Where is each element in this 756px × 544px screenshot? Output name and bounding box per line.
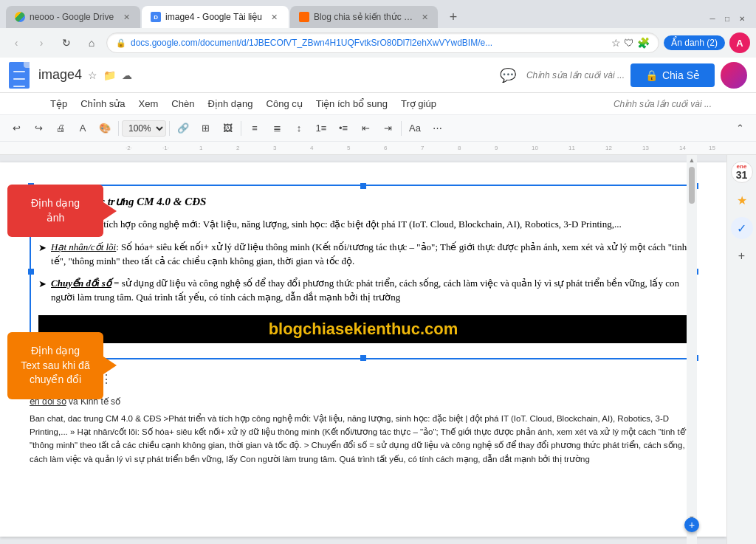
menu-insert[interactable]: Chèn: [165, 95, 200, 112]
doc-title-area: image4 ☆ 📁 ☁: [38, 67, 489, 83]
bookmark-icon[interactable]: ☆: [611, 37, 621, 49]
address-input[interactable]: 🔒 docs.google.com/document/d/1JBECOfVT_Z…: [106, 32, 659, 53]
last-edit-label: Chỉnh sửa lần cuối vài ...: [614, 99, 712, 109]
menu-bar: Tệp Chỉnh sửa Xem Chèn Định dạng Công cụ…: [0, 93, 756, 115]
star-icon[interactable]: ☆: [88, 69, 97, 81]
share-button[interactable]: 🔒 Chia Sẻ: [630, 63, 715, 87]
plus-sidebar-icon[interactable]: +: [731, 245, 753, 267]
tooltip-orange-box: Định dạng Text sau khi đã chuyển đổi: [7, 332, 103, 399]
browser-tab-bar: neooo - Google Drive ✕ D image4 - Google…: [0, 0, 756, 28]
doc-content: Bản chất, đặc trưng CM 4.0 & CĐS ➤ Phát …: [38, 195, 688, 305]
below-selection: ≡ ≣ ≡ ⋮ ển đổi số và Kinh tế số Ban chat…: [30, 370, 697, 466]
decrease-indent-btn[interactable]: ⇤: [355, 118, 376, 139]
close-button[interactable]: ✕: [735, 12, 749, 25]
arrow-icon-2: ➤: [38, 241, 47, 269]
align-center-btn[interactable]: ≣: [267, 118, 287, 139]
blog-watermark: blogchiasekienthuc.com: [38, 315, 688, 343]
tab-close-docs[interactable]: ✕: [269, 12, 280, 22]
docs-header: image4 ☆ 📁 ☁ 💬 Chỉnh sửa lần cuối vài ..…: [0, 58, 756, 93]
tab-close-blog[interactable]: ✕: [422, 12, 429, 22]
minimize-button[interactable]: ─: [706, 12, 719, 25]
doc-list: ➤ Phát triển và tích hợp công nghệ mới: …: [38, 217, 688, 305]
menu-edit[interactable]: Chỉnh sửa: [75, 95, 131, 112]
ruler: ·2· ·1· 1 2 3 4 5 6 7 8 9 10 11 12 13 14…: [0, 142, 756, 155]
star-sidebar-icon[interactable]: ★: [731, 189, 753, 211]
menu-file[interactable]: Tệp: [44, 95, 73, 112]
align-left-btn[interactable]: ≡: [244, 118, 265, 139]
scrollbar: ▲ ▼ +: [687, 155, 697, 544]
drive-favicon: [15, 12, 25, 22]
home-button[interactable]: ⌂: [81, 32, 102, 53]
handle-ml: [28, 269, 34, 275]
tab-close-drive[interactable]: ✕: [121, 12, 131, 22]
logo-line-3: [13, 86, 25, 87]
reload-button[interactable]: ↻: [56, 32, 77, 53]
docs-logo: [9, 61, 32, 90]
zoom-select[interactable]: 100%: [122, 120, 166, 137]
link-btn[interactable]: 🔗: [173, 118, 193, 139]
tab-label-docs: image4 - Google Tài liệu: [165, 12, 262, 22]
window-controls: ─ □ ✕: [698, 12, 756, 25]
bullet-list-btn[interactable]: •≡: [333, 118, 354, 139]
cloud-icon: ☁: [122, 69, 132, 81]
paint-format-btn[interactable]: 🎨: [94, 118, 115, 139]
selected-content-box: Bản chất, đặc trưng CM 4.0 & CĐS ➤ Phát …: [30, 185, 697, 359]
label-hat-nhan: Hạt nhân/cốt lõi: [51, 241, 116, 252]
check-sidebar-icon[interactable]: ✓: [731, 217, 753, 239]
menu-tools[interactable]: Công cụ: [261, 95, 309, 112]
menu-addons[interactable]: Tiện ích bổ sung: [310, 95, 394, 112]
handle-bm: [360, 355, 366, 361]
maximize-button[interactable]: □: [721, 12, 734, 25]
location-icon[interactable]: 📁: [103, 69, 116, 81]
doc-heading: Bản chất, đặc trưng CM 4.0 & CĐS: [38, 195, 688, 208]
sep4: [401, 121, 402, 136]
sep3: [241, 121, 241, 136]
image-btn[interactable]: 🖼: [217, 118, 238, 139]
below-paragraph: Ban chat, dac trung CM 4.0 & CĐS >Phát t…: [30, 412, 697, 466]
tooltip-orange: Định dạng Text sau khi đã chuyển đổi: [7, 332, 103, 399]
format-toolbar: ↩ ↪ 🖨 A 🎨 100% 🔗 ⊞ 🖼 ≡ ≣ ↕ 1≡ •≡ ⇤ ⇥ Aa …: [0, 115, 756, 142]
extension-icon[interactable]: 🧩: [637, 37, 650, 49]
tab-docs[interactable]: D image4 - Google Tài liệu ✕: [142, 6, 289, 28]
sep1: [118, 121, 119, 136]
calendar-icon[interactable]: ene 31: [731, 161, 753, 183]
tab-label-drive: neooo - Google Drive: [30, 12, 114, 22]
tab-blog[interactable]: Blog chia sẻ kiến thức - Thủ thuật... ✕: [290, 6, 438, 28]
undo-btn[interactable]: ↩: [6, 118, 27, 139]
more-options-btn[interactable]: ⋯: [427, 118, 447, 139]
tooltip-red-box: Định dạng ảnh: [7, 185, 103, 237]
back-button[interactable]: ‹: [6, 32, 27, 53]
shield-icon: 🛡: [624, 37, 634, 49]
collapse-toolbar-btn[interactable]: ⌃: [729, 118, 750, 139]
address-bar-row: ‹ › ↻ ⌂ 🔒 docs.google.com/document/d/1JB…: [0, 28, 756, 58]
sep2: [169, 121, 170, 136]
profile-avatar[interactable]: A: [729, 32, 750, 53]
docs-favicon: D: [151, 12, 161, 22]
line-spacing-btn[interactable]: ↕: [289, 118, 309, 139]
redo-btn[interactable]: ↪: [28, 118, 49, 139]
list-text-2: Hạt nhân/cốt lõi: Số hóa+ siêu kết nối+ …: [51, 240, 688, 269]
incognito-button[interactable]: Ẩn danh (2): [664, 35, 725, 50]
print-btn[interactable]: 🖨: [50, 118, 71, 139]
table-btn[interactable]: ⊞: [195, 118, 216, 139]
new-tab-button[interactable]: +: [442, 6, 464, 28]
add-page-button[interactable]: +: [684, 517, 699, 532]
list-item-1: ➤ Phát triển và tích hợp công nghệ mới: …: [38, 217, 688, 233]
menu-help[interactable]: Trợ giúp: [395, 95, 442, 112]
tooltip-red: Định dạng ảnh: [7, 185, 103, 237]
day-number: 31: [736, 170, 748, 180]
comment-button[interactable]: 💬: [495, 63, 520, 88]
menu-format[interactable]: Định dạng: [202, 95, 258, 112]
spellcheck-btn[interactable]: A: [72, 118, 93, 139]
list-item-2: ➤ Hạt nhân/cốt lõi: Số hóa+ siêu kết nối…: [38, 240, 688, 269]
scroll-up-arrow[interactable]: ▲: [689, 156, 695, 164]
doc-title[interactable]: image4: [38, 67, 82, 83]
font-size-btn[interactable]: Aa: [405, 118, 425, 139]
forward-button[interactable]: ›: [31, 32, 52, 53]
user-avatar[interactable]: [721, 62, 747, 89]
numbered-list-btn[interactable]: 1≡: [311, 118, 331, 139]
menu-view[interactable]: Xem: [133, 95, 165, 112]
scroll-thumb[interactable]: [689, 167, 695, 204]
tab-drive[interactable]: neooo - Google Drive ✕: [6, 6, 140, 28]
increase-indent-btn[interactable]: ⇥: [377, 118, 398, 139]
